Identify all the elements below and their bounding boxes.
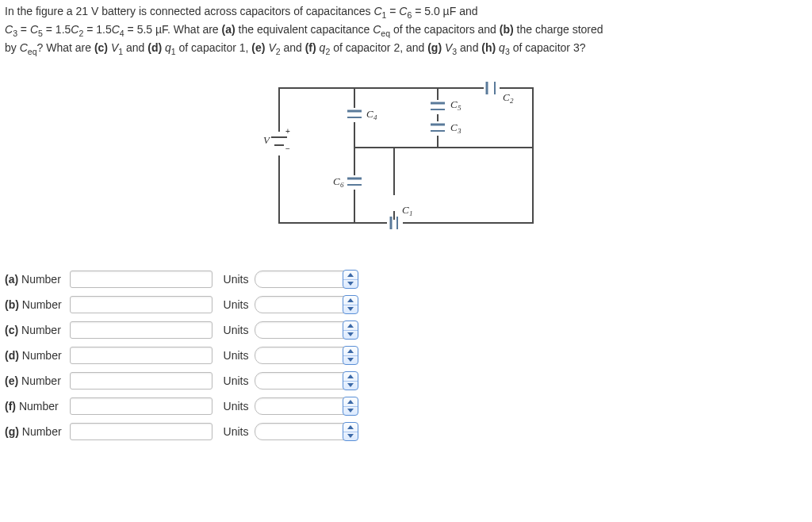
text: In the figure a: [5, 5, 76, 17]
text: the equivalent capacitance: [236, 23, 373, 36]
plus-icon: +: [285, 127, 290, 136]
units-label: Units: [220, 347, 255, 364]
units-label: Units: [220, 271, 255, 288]
number-input-f[interactable]: [70, 397, 213, 415]
text: and: [460, 41, 481, 54]
units-label: Units: [220, 296, 255, 313]
c3-label: C: [450, 121, 458, 133]
units-select-a[interactable]: [255, 271, 358, 288]
units-select-b[interactable]: [255, 296, 358, 313]
problem-statement: In the figure a 21 V battery is connecte…: [5, 3, 807, 58]
circuit-svg: V + − C 2 C 4 C 5 C 3 C 6 C 1: [247, 72, 565, 239]
number-input-d[interactable]: [70, 347, 213, 364]
c5-sub: 5: [458, 104, 462, 112]
c1-sub: 1: [409, 209, 413, 217]
text: and: [126, 41, 147, 54]
units-select-g[interactable]: [255, 423, 358, 440]
text: and: [283, 41, 304, 54]
answer-row-f: (f) Number Units: [5, 397, 366, 415]
text: the charge stored: [514, 23, 603, 36]
part-a-label: (a): [222, 23, 236, 36]
c1-label: C: [402, 204, 409, 216]
row-label: (e) Number: [5, 372, 70, 390]
units-select-e[interactable]: [255, 372, 358, 390]
c2-sub: 2: [510, 97, 514, 105]
units-select-c[interactable]: [255, 321, 358, 339]
answers-block: (a) Number Units (b) Number Units (c) Nu…: [5, 263, 366, 448]
answer-row-b: (b) Number Units: [5, 296, 366, 313]
answer-row-a: (a) Number Units: [5, 271, 366, 288]
answer-row-e: (e) Number Units: [5, 372, 366, 390]
svg-rect-24: [391, 195, 397, 211]
text: and: [456, 5, 477, 17]
units-select-d[interactable]: [255, 347, 358, 364]
text: of capacitor 2, and: [333, 41, 427, 54]
part-f-label: (f): [305, 41, 316, 54]
units-label: Units: [220, 397, 255, 415]
svg-rect-0: [279, 88, 533, 223]
text: of the capacitors and: [390, 23, 500, 36]
row-label: (d) Number: [5, 347, 70, 364]
number-input-a[interactable]: [70, 271, 213, 288]
text: 21 V: [76, 5, 99, 17]
part-b-label: (b): [500, 23, 514, 36]
answer-row-c: (c) Number Units: [5, 321, 366, 339]
row-label: (a) Number: [5, 271, 70, 288]
units-label: Units: [220, 423, 255, 440]
row-label: (g) Number: [5, 423, 70, 440]
row-label: (c) Number: [5, 321, 70, 339]
c5-label: C: [450, 98, 458, 110]
c4-label: C: [366, 108, 373, 120]
text: ? What are: [37, 41, 94, 54]
part-d-label: (d): [147, 41, 162, 54]
part-e-label: (e): [251, 41, 265, 54]
part-c-label: (c): [94, 41, 108, 54]
number-input-g[interactable]: [70, 423, 213, 440]
c4-sub: 4: [373, 113, 377, 121]
svg-rect-25: [387, 220, 403, 226]
answer-row-d: (d) Number Units: [5, 347, 366, 364]
units-label: Units: [220, 321, 255, 339]
circuit-figure: V + − C 2 C 4 C 5 C 3 C 6 C 1: [5, 72, 807, 239]
text: of capacitor 3?: [513, 41, 586, 54]
c2-label: C: [503, 91, 510, 103]
battery-label: V: [263, 134, 271, 146]
text: of capacitor 1,: [179, 41, 252, 54]
c6-label: C: [333, 175, 340, 187]
row-label: (f) Number: [5, 397, 70, 415]
number-input-c[interactable]: [70, 321, 213, 339]
svg-rect-1: [276, 132, 282, 155]
text: battery is connected across capacitors o…: [98, 5, 373, 17]
c6-sub: 6: [340, 181, 344, 189]
number-input-e[interactable]: [70, 372, 213, 390]
answer-row-g: (g) Number Units: [5, 423, 366, 440]
number-input-b[interactable]: [70, 296, 213, 313]
row-label: (b) Number: [5, 296, 70, 313]
part-g-label: (g): [427, 41, 442, 54]
c3-sub: 3: [457, 127, 462, 135]
units-label: Units: [220, 372, 255, 390]
units-select-f[interactable]: [255, 397, 358, 415]
part-h-label: (h): [481, 41, 496, 54]
text: by: [5, 41, 20, 54]
minus-icon: −: [285, 144, 290, 153]
